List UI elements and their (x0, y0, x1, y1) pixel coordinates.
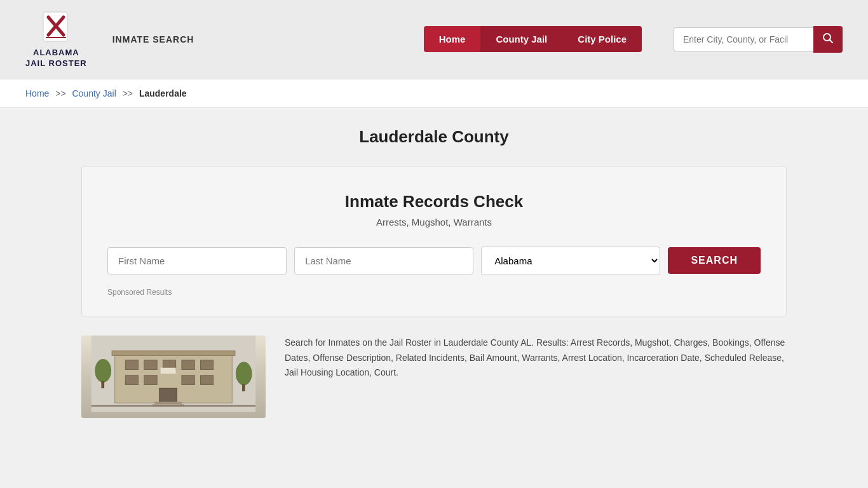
search-icon (822, 32, 834, 44)
breadcrumb-bar: Home >> County Jail >> Lauderdale (0, 79, 868, 108)
page-title: Lauderdale County (81, 127, 787, 147)
header-search-button[interactable] (813, 26, 843, 53)
logo-text: ALABAMA JAIL ROSTER (25, 48, 87, 69)
svg-rect-14 (125, 376, 138, 385)
description-text: Search for Inmates on the Jail Roster in… (285, 336, 787, 381)
svg-rect-12 (182, 360, 194, 370)
header-search-area (674, 26, 843, 53)
main-nav: Home County Jail City Police (424, 26, 642, 52)
nav-city-police-button[interactable]: City Police (562, 26, 642, 52)
state-select[interactable]: AlabamaAlaskaArizonaArkansasCaliforniaCo… (481, 247, 660, 275)
nav-county-jail-button[interactable]: County Jail (480, 26, 562, 52)
svg-rect-24 (101, 381, 104, 388)
nav-home-button[interactable]: Home (424, 26, 481, 52)
svg-point-23 (95, 359, 111, 383)
sponsored-label: Sponsored Results (107, 288, 761, 297)
svg-rect-19 (154, 402, 181, 404)
breadcrumb-home-link[interactable]: Home (25, 88, 49, 98)
svg-line-5 (830, 39, 833, 43)
inmate-search-button[interactable]: SEARCH (668, 247, 761, 274)
svg-rect-18 (159, 388, 177, 403)
svg-rect-10 (144, 360, 157, 370)
breadcrumb-current: Lauderdale (139, 88, 187, 98)
svg-rect-15 (144, 376, 157, 385)
breadcrumb-sep2: >> (123, 88, 133, 98)
header-search-input[interactable] (674, 27, 813, 51)
breadcrumb-county-jail-link[interactable]: County Jail (72, 88, 116, 98)
breadcrumb-sep1: >> (55, 88, 65, 98)
svg-rect-9 (125, 360, 138, 370)
inmate-search-link[interactable]: INMATE SEARCH (112, 34, 194, 44)
first-name-input[interactable] (107, 247, 287, 274)
records-box-subtitle: Arrests, Mugshot, Warrants (107, 217, 761, 227)
main-content: Lauderdale County Inmate Records Check A… (69, 108, 799, 437)
jail-image (81, 336, 266, 418)
records-box-title: Inmate Records Check (107, 192, 761, 212)
last-name-input[interactable] (294, 247, 473, 274)
svg-point-25 (236, 362, 252, 385)
svg-rect-26 (242, 384, 245, 391)
alabama-logo-icon (38, 10, 74, 45)
site-logo[interactable]: ALABAMA JAIL ROSTER (25, 10, 87, 69)
site-header: ALABAMA JAIL ROSTER INMATE SEARCH Home C… (0, 0, 868, 79)
breadcrumb: Home >> County Jail >> Lauderdale (25, 88, 843, 98)
svg-rect-13 (200, 360, 213, 370)
records-check-box: Inmate Records Check Arrests, Mugshot, W… (81, 166, 787, 316)
svg-rect-8 (112, 351, 235, 355)
svg-rect-17 (200, 376, 213, 385)
inmate-search-form: AlabamaAlaskaArizonaArkansasCaliforniaCo… (107, 247, 761, 275)
svg-rect-16 (182, 376, 194, 385)
bottom-section: Search for Inmates on the Jail Roster in… (81, 336, 787, 418)
svg-rect-21 (161, 368, 176, 374)
